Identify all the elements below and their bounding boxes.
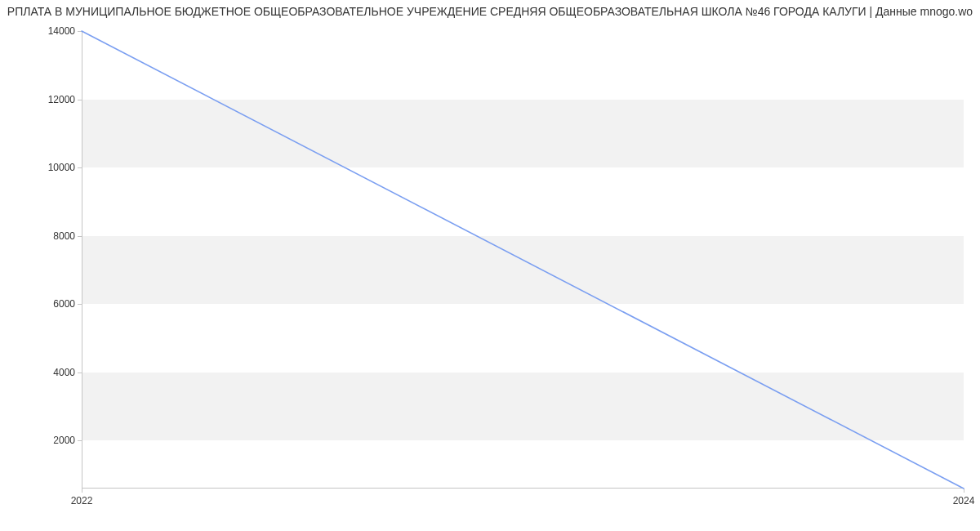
- y-tick-label: 8000: [53, 230, 82, 242]
- x-tick-label: 2022: [71, 489, 93, 506]
- y-tick-label: 12000: [48, 94, 82, 105]
- y-tick-label: 10000: [48, 162, 82, 173]
- plot-area: 2000400060008000100001200014000 20222024: [82, 31, 964, 489]
- line-series: [82, 31, 964, 489]
- y-tick-label: 6000: [53, 298, 82, 310]
- chart-title: РПЛАТА В МУНИЦИПАЛЬНОЕ БЮДЖЕТНОЕ ОБЩЕОБР…: [0, 5, 980, 18]
- y-tick-label: 4000: [53, 367, 82, 378]
- y-tick-label: 2000: [53, 435, 82, 446]
- x-tick-label: 2024: [953, 489, 975, 506]
- y-tick-label: 14000: [48, 25, 82, 37]
